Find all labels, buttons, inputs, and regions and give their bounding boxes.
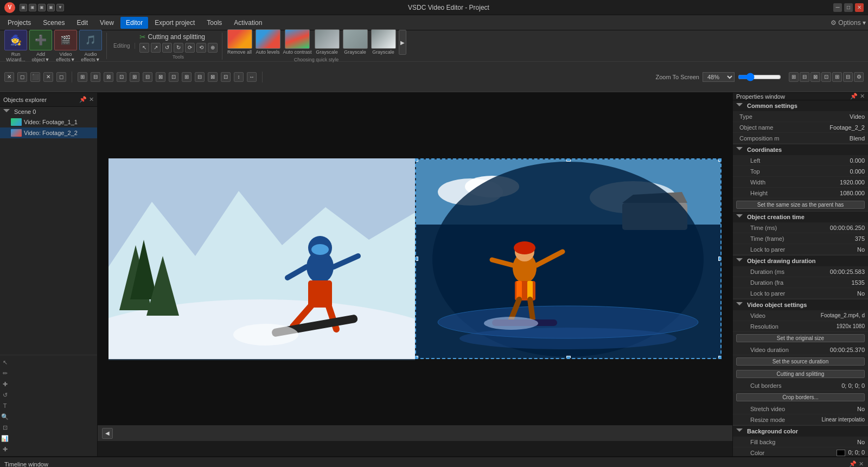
panel-tool-arrow[interactable]: ↖ bbox=[0, 357, 10, 367]
quick-btn-1[interactable]: ▣ bbox=[20, 4, 27, 11]
zoom-select[interactable]: 48% 25% 50% 75% 100% bbox=[703, 72, 735, 82]
drawing-duration-header[interactable]: Object drawing duration bbox=[733, 255, 868, 266]
resize-handle-tr[interactable] bbox=[718, 158, 722, 162]
close-button[interactable]: ✕ bbox=[855, 3, 864, 12]
canvas-tool-align12[interactable]: ⊡ bbox=[221, 72, 231, 82]
scene-tree-item[interactable]: Scene 0 bbox=[0, 107, 97, 117]
common-settings-header[interactable]: Common settings bbox=[733, 100, 868, 111]
top-value[interactable]: 0.000 bbox=[821, 168, 865, 175]
color-value[interactable]: 0; 0; 0 bbox=[821, 449, 865, 456]
maximize-button[interactable]: □ bbox=[844, 3, 853, 12]
resize-handle-mr[interactable] bbox=[718, 257, 722, 261]
view-mode-7[interactable]: ⚙ bbox=[854, 72, 864, 82]
panel-tool-crop[interactable]: ⊡ bbox=[0, 423, 10, 432]
panel-tool-rotate[interactable]: ↺ bbox=[0, 390, 10, 400]
view-mode-2[interactable]: ⊟ bbox=[800, 72, 809, 82]
canvas-tool-2[interactable]: ◻ bbox=[17, 72, 27, 82]
same-size-button[interactable]: Set the same size as the parent has bbox=[736, 201, 865, 209]
cutting-splitting-button[interactable]: Cutting and splitting bbox=[736, 370, 865, 378]
menu-view[interactable]: View bbox=[94, 17, 119, 29]
cut-tool-3[interactable]: ↺ bbox=[162, 43, 172, 53]
view-mode-5[interactable]: ⊞ bbox=[832, 72, 842, 82]
resize-handle-br[interactable] bbox=[718, 356, 722, 359]
canvas-tool-select[interactable]: ✕ bbox=[4, 72, 14, 82]
background-color-header[interactable]: Background color bbox=[733, 426, 868, 437]
duration-fra-value[interactable]: 1535 bbox=[821, 279, 865, 286]
canvas-nav-left[interactable]: ◀ bbox=[102, 428, 113, 439]
video-composite[interactable] bbox=[108, 158, 722, 359]
timeline-pin-icon[interactable]: 📌 bbox=[849, 460, 857, 467]
canvas-tool-align1[interactable]: ⊞ bbox=[78, 72, 87, 82]
quick-btn-5[interactable]: ▼ bbox=[56, 4, 64, 11]
canvas-tool-align8[interactable]: ⊡ bbox=[169, 72, 178, 82]
run-wizard-button[interactable]: 🧙 bbox=[4, 30, 27, 50]
cut-tool-6[interactable]: ⟲ bbox=[196, 43, 206, 53]
panel-tool-pen[interactable]: ✏ bbox=[0, 368, 10, 378]
menu-activation[interactable]: Activation bbox=[228, 17, 267, 29]
canvas-tool-align2[interactable]: ⊟ bbox=[91, 72, 100, 82]
menu-editor[interactable]: Editor bbox=[120, 17, 148, 29]
auto-levels-btn[interactable]: Auto levels bbox=[255, 29, 281, 55]
cut-tool-2[interactable]: ↗ bbox=[151, 43, 161, 53]
coordinates-header[interactable]: Coordinates bbox=[733, 144, 868, 155]
canvas-tool-align7[interactable]: ⊠ bbox=[156, 72, 165, 82]
quick-btn-3[interactable]: ▣ bbox=[38, 4, 46, 11]
menu-tools[interactable]: Tools bbox=[201, 17, 227, 29]
cut-tool-5[interactable]: ⟳ bbox=[185, 43, 195, 53]
remove-all-btn[interactable]: Remove all bbox=[227, 29, 253, 55]
resize-handle-bl[interactable] bbox=[415, 356, 418, 359]
clip2-wakeboard[interactable] bbox=[415, 158, 722, 359]
canvas-tool-align9[interactable]: ⊞ bbox=[182, 72, 192, 82]
panel-tool-text[interactable]: T bbox=[0, 401, 10, 411]
quick-btn-2[interactable]: ▣ bbox=[29, 4, 36, 11]
panel-tool-move[interactable]: ✚ bbox=[0, 379, 10, 389]
pin-icon[interactable]: 📌 bbox=[79, 96, 87, 103]
quick-btn-4[interactable]: ▣ bbox=[47, 4, 55, 11]
add-object-button[interactable]: ➕ bbox=[29, 30, 52, 50]
cut-tool-4[interactable]: ↻ bbox=[174, 43, 183, 53]
canvas-tool-align13[interactable]: ↕ bbox=[234, 72, 244, 82]
grayscale-1-btn[interactable]: Grayscale bbox=[314, 29, 340, 55]
canvas-tool-align10[interactable]: ⊟ bbox=[195, 72, 205, 82]
panel-tool-chart[interactable]: 📊 bbox=[0, 433, 10, 443]
resize-handle-ml[interactable] bbox=[415, 257, 418, 261]
view-mode-6[interactable]: ⊟ bbox=[843, 72, 853, 82]
duration-ms-value[interactable]: 00:00:25.583 bbox=[821, 268, 865, 275]
source-duration-button[interactable]: Set the source duration bbox=[736, 357, 865, 366]
menu-export[interactable]: Export project bbox=[149, 17, 200, 29]
resize-handle-tm[interactable] bbox=[566, 158, 571, 162]
canvas-tool-3[interactable]: ⬛ bbox=[30, 72, 40, 82]
canvas-tool-align11[interactable]: ⊠ bbox=[208, 72, 218, 82]
crop-borders-button[interactable]: Crop borders... bbox=[736, 393, 865, 401]
video-object-header[interactable]: Video object settings bbox=[733, 299, 868, 310]
canvas-tool-align6[interactable]: ⊟ bbox=[143, 72, 152, 82]
resize-handle-tl[interactable] bbox=[415, 158, 418, 162]
cut-tool-7[interactable]: ⊕ bbox=[208, 43, 218, 53]
zoom-slider[interactable] bbox=[738, 73, 781, 81]
canvas-area[interactable] bbox=[98, 93, 732, 425]
panel-tool-zoom[interactable]: 🔍 bbox=[0, 412, 10, 421]
properties-close-icon[interactable]: ✕ bbox=[860, 93, 865, 100]
time-ms-value[interactable]: 00:00:06.250 bbox=[821, 225, 865, 231]
more-styles-btn[interactable]: ▶ bbox=[399, 30, 406, 55]
canvas-tool-align5[interactable]: ⊞ bbox=[130, 72, 139, 82]
creation-time-header[interactable]: Object creation time bbox=[733, 212, 868, 222]
canvas-tool-align3[interactable]: ⊠ bbox=[104, 72, 113, 82]
panel-close-icon[interactable]: ✕ bbox=[89, 96, 94, 103]
menu-scenes[interactable]: Scenes bbox=[37, 17, 70, 29]
canvas-tool-align4[interactable]: ⊡ bbox=[117, 72, 126, 82]
auto-contrast-btn[interactable]: Auto contrast bbox=[283, 29, 312, 55]
timeline-close-icon[interactable]: ✕ bbox=[859, 460, 864, 467]
video-effects-button[interactable]: 🎬 bbox=[54, 30, 77, 50]
original-size-button[interactable]: Set the original size bbox=[736, 334, 865, 342]
menu-edit[interactable]: Edit bbox=[71, 17, 93, 29]
height-value[interactable]: 1080.000 bbox=[821, 190, 865, 196]
view-mode-4[interactable]: ⊡ bbox=[821, 72, 831, 82]
panel-tool-4way[interactable]: ✚ bbox=[0, 444, 10, 454]
time-frame-value[interactable]: 375 bbox=[821, 235, 865, 242]
footage2-tree-item[interactable]: Video: Footage_2_2 bbox=[0, 127, 97, 138]
cut-tool-1[interactable]: ↖ bbox=[139, 43, 149, 53]
canvas-tool-align14[interactable]: ↔ bbox=[247, 72, 257, 82]
view-mode-3[interactable]: ⊠ bbox=[810, 72, 820, 82]
footage1-tree-item[interactable]: Video: Footage_1_1 bbox=[0, 117, 97, 127]
